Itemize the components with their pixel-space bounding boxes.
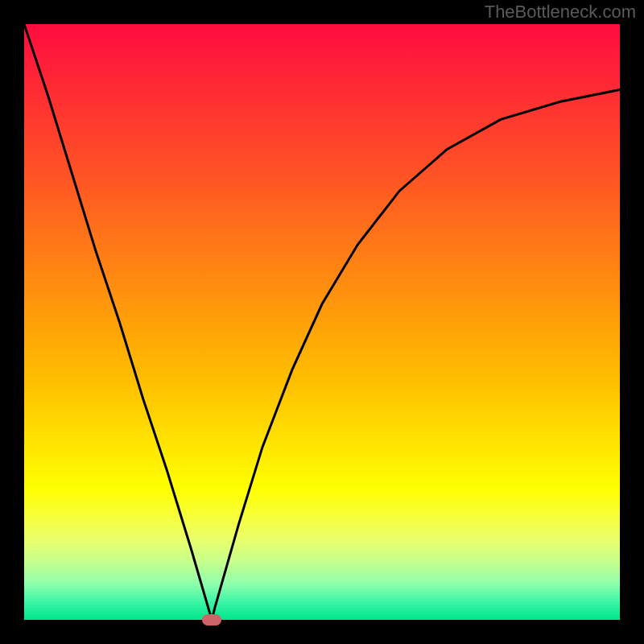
curve-svg — [24, 24, 620, 620]
minimum-marker — [202, 614, 221, 625]
watermark-text: TheBottleneck.com — [485, 2, 636, 23]
chart-container: TheBottleneck.com — [0, 0, 644, 644]
bottleneck-curve — [24, 24, 620, 620]
plot-area — [24, 24, 620, 620]
